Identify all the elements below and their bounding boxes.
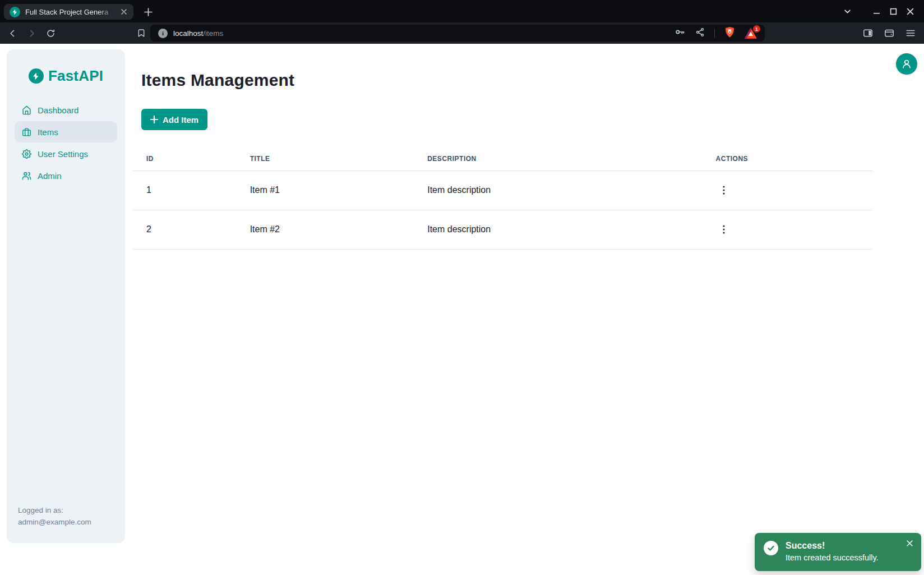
column-header-id: ID	[133, 147, 237, 171]
table-row: 1 Item #1 Item description	[133, 171, 872, 210]
users-icon	[22, 171, 31, 181]
menu-icon[interactable]	[903, 25, 918, 41]
fastapi-logo: FastAPI	[7, 67, 125, 85]
row-actions-button[interactable]	[716, 222, 732, 237]
logged-in-footer: Logged in as: admin@example.com	[7, 505, 125, 543]
sidebar-nav: Dashboard Items User Settings Admin	[7, 99, 125, 186]
logo-text: FastAPI	[48, 67, 103, 85]
new-tab-button[interactable]	[141, 5, 155, 19]
url-bar-actions: 1	[674, 26, 757, 40]
cell-id: 2	[133, 210, 237, 249]
tab-title: Full Stack Project Genera	[25, 8, 119, 16]
kebab-icon	[723, 186, 725, 195]
url-bar[interactable]: i localhost/items 1	[150, 25, 765, 42]
user-icon	[900, 58, 913, 70]
url-path: /items	[203, 29, 223, 38]
home-icon	[22, 105, 31, 115]
cell-description: Item description	[414, 210, 702, 249]
forward-button[interactable]	[24, 25, 39, 41]
site-info-icon[interactable]: i	[158, 29, 168, 38]
add-item-label: Add Item	[163, 115, 198, 125]
page-content: FastAPI Dashboard Items User Settings	[0, 44, 924, 575]
brave-rewards-icon[interactable]: 1	[745, 27, 757, 39]
column-header-title: TITLE	[237, 147, 414, 171]
page-title: Items Management	[141, 71, 872, 90]
bookmark-icon[interactable]	[133, 25, 149, 41]
logged-in-email: admin@example.com	[18, 517, 114, 528]
plus-icon	[150, 116, 158, 123]
briefcase-icon	[22, 127, 31, 137]
toast-message: Item created successfully.	[786, 552, 879, 564]
toast-close-button[interactable]	[904, 538, 914, 548]
logged-in-label: Logged in as:	[18, 505, 114, 517]
success-toast: Success! Item created successfully.	[755, 533, 921, 571]
close-icon	[907, 540, 913, 546]
cell-id: 1	[133, 171, 237, 210]
toolbar-right-actions	[860, 22, 918, 44]
toast-body: Success! Item created successfully.	[786, 539, 879, 571]
wallet-icon[interactable]	[881, 25, 897, 41]
cell-title: Item #2	[237, 210, 414, 249]
window-controls	[839, 0, 918, 22]
share-icon[interactable]	[695, 27, 705, 39]
lightning-bolt-icon	[29, 68, 44, 84]
cell-description: Item description	[414, 171, 702, 210]
refresh-button[interactable]	[43, 25, 58, 41]
table-row: 2 Item #2 Item description	[133, 210, 872, 249]
sidebar-item-user-settings[interactable]: User Settings	[15, 143, 117, 164]
column-header-actions: ACTIONS	[703, 147, 872, 171]
items-table: ID TITLE DESCRIPTION ACTIONS 1 Item #1 I…	[133, 147, 872, 250]
cell-title: Item #1	[237, 171, 414, 210]
back-button[interactable]	[4, 25, 20, 41]
sidebar-item-label: Admin	[38, 171, 62, 181]
check-icon	[764, 541, 778, 555]
minimize-button[interactable]	[868, 3, 885, 20]
sidebar-item-label: Items	[38, 127, 58, 137]
table-header-row: ID TITLE DESCRIPTION ACTIONS	[133, 147, 872, 171]
column-header-description: DESCRIPTION	[414, 147, 702, 171]
user-avatar-button[interactable]	[896, 53, 917, 75]
url-text[interactable]: localhost/items	[173, 29, 674, 38]
browser-toolbar: i localhost/items 1	[0, 22, 924, 44]
sidebar: FastAPI Dashboard Items User Settings	[7, 49, 125, 543]
row-actions-button[interactable]	[716, 182, 732, 198]
sidebar-item-dashboard[interactable]: Dashboard	[15, 99, 117, 121]
key-icon[interactable]	[674, 26, 686, 40]
rewards-badge: 1	[753, 25, 760, 33]
kebab-icon	[723, 225, 725, 234]
tab-search-chevron-icon[interactable]	[839, 3, 856, 20]
sidebar-panel-icon[interactable]	[860, 25, 876, 41]
toast-title: Success!	[786, 539, 879, 552]
maximize-button[interactable]	[885, 3, 902, 20]
tab-bar: Full Stack Project Genera	[0, 0, 924, 22]
sidebar-item-label: User Settings	[38, 149, 88, 159]
add-item-button[interactable]: Add Item	[141, 109, 207, 130]
sidebar-item-label: Dashboard	[38, 105, 78, 115]
close-window-button[interactable]	[902, 3, 918, 20]
browser-tab[interactable]: Full Stack Project Genera	[4, 4, 133, 20]
sidebar-item-items[interactable]: Items	[15, 121, 117, 142]
toolbar-separator	[714, 29, 715, 38]
cell-actions	[703, 171, 872, 210]
tab-close-icon[interactable]	[119, 7, 129, 17]
browser-window: Full Stack Project Genera	[0, 0, 924, 575]
url-host: localhost	[173, 29, 203, 38]
brave-shield-icon[interactable]	[724, 26, 735, 40]
main-content: Items Management Add Item ID TITLE DESCR…	[133, 44, 872, 250]
gear-icon	[22, 149, 31, 159]
cell-actions	[703, 210, 872, 249]
sidebar-item-admin[interactable]: Admin	[15, 165, 117, 186]
fastapi-favicon-icon	[10, 7, 20, 17]
